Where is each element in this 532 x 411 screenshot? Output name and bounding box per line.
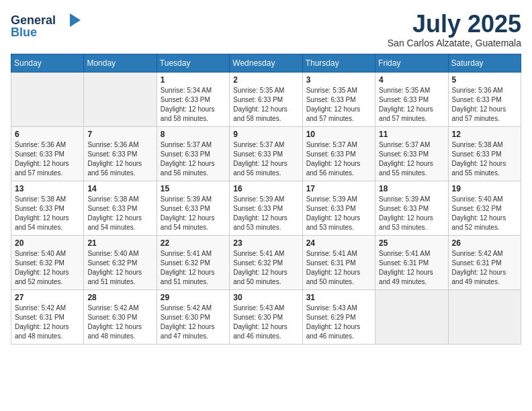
day-number: 16	[233, 184, 298, 193]
day-number: 28	[87, 293, 152, 302]
calendar-cell	[448, 289, 521, 344]
day-info: Sunrise: 5:35 AM Sunset: 6:33 PM Dayligh…	[306, 86, 371, 124]
day-number: 30	[233, 293, 298, 302]
calendar-cell: 30Sunrise: 5:43 AM Sunset: 6:30 PM Dayli…	[230, 289, 302, 344]
logo: General Blue	[11, 11, 85, 43]
weekday-header-wednesday: Wednesday	[230, 54, 302, 72]
calendar-cell	[84, 72, 157, 126]
calendar-cell: 15Sunrise: 5:39 AM Sunset: 6:33 PM Dayli…	[157, 181, 229, 235]
day-info: Sunrise: 5:41 AM Sunset: 6:31 PM Dayligh…	[379, 249, 444, 287]
day-info: Sunrise: 5:41 AM Sunset: 6:32 PM Dayligh…	[233, 249, 298, 287]
calendar-cell: 5Sunrise: 5:36 AM Sunset: 6:33 PM Daylig…	[448, 72, 521, 126]
calendar-cell: 14Sunrise: 5:38 AM Sunset: 6:33 PM Dayli…	[84, 181, 157, 235]
calendar-week-3: 13Sunrise: 5:38 AM Sunset: 6:33 PM Dayli…	[11, 181, 521, 235]
calendar-cell: 23Sunrise: 5:41 AM Sunset: 6:32 PM Dayli…	[230, 235, 302, 289]
svg-marker-1	[70, 13, 81, 27]
calendar-week-4: 20Sunrise: 5:40 AM Sunset: 6:32 PM Dayli…	[11, 235, 521, 289]
calendar-cell: 24Sunrise: 5:41 AM Sunset: 6:31 PM Dayli…	[302, 235, 375, 289]
day-info: Sunrise: 5:39 AM Sunset: 6:33 PM Dayligh…	[306, 195, 371, 232]
day-info: Sunrise: 5:39 AM Sunset: 6:33 PM Dayligh…	[379, 195, 444, 232]
day-number: 18	[379, 184, 444, 193]
weekday-header-friday: Friday	[375, 54, 448, 72]
day-info: Sunrise: 5:36 AM Sunset: 6:33 PM Dayligh…	[87, 140, 152, 178]
day-number: 22	[161, 238, 226, 248]
day-info: Sunrise: 5:39 AM Sunset: 6:33 PM Dayligh…	[233, 195, 298, 232]
month-year-title: July 2025	[388, 11, 521, 38]
calendar-cell: 3Sunrise: 5:35 AM Sunset: 6:33 PM Daylig…	[302, 72, 375, 126]
weekday-header-monday: Monday	[84, 54, 157, 72]
day-info: Sunrise: 5:42 AM Sunset: 6:31 PM Dayligh…	[452, 249, 517, 287]
day-info: Sunrise: 5:37 AM Sunset: 6:33 PM Dayligh…	[306, 140, 371, 178]
day-info: Sunrise: 5:43 AM Sunset: 6:30 PM Dayligh…	[233, 304, 298, 341]
calendar-week-5: 27Sunrise: 5:42 AM Sunset: 6:31 PM Dayli…	[11, 289, 521, 344]
day-number: 31	[306, 293, 371, 302]
calendar-cell: 8Sunrise: 5:37 AM Sunset: 6:33 PM Daylig…	[157, 126, 229, 181]
calendar-cell: 1Sunrise: 5:34 AM Sunset: 6:33 PM Daylig…	[157, 72, 229, 126]
day-number: 4	[379, 75, 444, 85]
svg-text:Blue: Blue	[11, 26, 37, 39]
day-info: Sunrise: 5:40 AM Sunset: 6:32 PM Dayligh…	[87, 249, 152, 287]
calendar-cell: 27Sunrise: 5:42 AM Sunset: 6:31 PM Dayli…	[11, 289, 84, 344]
weekday-header-tuesday: Tuesday	[157, 54, 229, 72]
day-info: Sunrise: 5:39 AM Sunset: 6:33 PM Dayligh…	[161, 195, 226, 232]
day-info: Sunrise: 5:37 AM Sunset: 6:33 PM Dayligh…	[233, 140, 298, 178]
calendar-table: SundayMondayTuesdayWednesdayThursdayFrid…	[11, 54, 521, 345]
day-info: Sunrise: 5:41 AM Sunset: 6:31 PM Dayligh…	[306, 249, 371, 287]
day-number: 20	[15, 238, 80, 248]
calendar-cell: 26Sunrise: 5:42 AM Sunset: 6:31 PM Dayli…	[448, 235, 521, 289]
day-number: 29	[161, 293, 226, 302]
calendar-cell: 11Sunrise: 5:37 AM Sunset: 6:33 PM Dayli…	[375, 126, 448, 181]
day-number: 27	[15, 293, 80, 302]
day-number: 21	[87, 238, 152, 248]
day-number: 17	[306, 184, 371, 193]
day-info: Sunrise: 5:35 AM Sunset: 6:33 PM Dayligh…	[233, 86, 298, 124]
day-info: Sunrise: 5:41 AM Sunset: 6:32 PM Dayligh…	[161, 249, 226, 287]
day-info: Sunrise: 5:35 AM Sunset: 6:33 PM Dayligh…	[379, 86, 444, 124]
calendar-cell: 31Sunrise: 5:43 AM Sunset: 6:29 PM Dayli…	[302, 289, 375, 344]
day-number: 13	[15, 184, 80, 193]
day-info: Sunrise: 5:36 AM Sunset: 6:33 PM Dayligh…	[452, 86, 517, 124]
calendar-cell: 16Sunrise: 5:39 AM Sunset: 6:33 PM Dayli…	[230, 181, 302, 235]
calendar-cell: 17Sunrise: 5:39 AM Sunset: 6:33 PM Dayli…	[302, 181, 375, 235]
day-number: 26	[452, 238, 517, 248]
calendar-cell: 6Sunrise: 5:36 AM Sunset: 6:33 PM Daylig…	[11, 126, 84, 181]
calendar-cell: 12Sunrise: 5:38 AM Sunset: 6:33 PM Dayli…	[448, 126, 521, 181]
calendar-cell: 2Sunrise: 5:35 AM Sunset: 6:33 PM Daylig…	[230, 72, 302, 126]
weekday-header-thursday: Thursday	[302, 54, 375, 72]
day-number: 1	[161, 75, 226, 85]
weekday-header-row: SundayMondayTuesdayWednesdayThursdayFrid…	[11, 54, 521, 72]
day-info: Sunrise: 5:42 AM Sunset: 6:30 PM Dayligh…	[161, 304, 226, 341]
day-info: Sunrise: 5:36 AM Sunset: 6:33 PM Dayligh…	[15, 140, 80, 178]
calendar-cell: 4Sunrise: 5:35 AM Sunset: 6:33 PM Daylig…	[375, 72, 448, 126]
calendar-cell: 25Sunrise: 5:41 AM Sunset: 6:31 PM Dayli…	[375, 235, 448, 289]
day-info: Sunrise: 5:37 AM Sunset: 6:33 PM Dayligh…	[379, 140, 444, 178]
day-number: 2	[233, 75, 298, 85]
day-info: Sunrise: 5:38 AM Sunset: 6:33 PM Dayligh…	[15, 195, 80, 232]
calendar-cell: 29Sunrise: 5:42 AM Sunset: 6:30 PM Dayli…	[157, 289, 229, 344]
logo-graphic: General Blue	[11, 11, 85, 43]
calendar-cell	[11, 72, 84, 126]
day-number: 24	[306, 238, 371, 248]
day-number: 19	[452, 184, 517, 193]
day-info: Sunrise: 5:34 AM Sunset: 6:33 PM Dayligh…	[161, 86, 226, 124]
day-info: Sunrise: 5:38 AM Sunset: 6:33 PM Dayligh…	[87, 195, 152, 232]
day-info: Sunrise: 5:38 AM Sunset: 6:33 PM Dayligh…	[452, 140, 517, 178]
day-number: 23	[233, 238, 298, 248]
day-number: 14	[87, 184, 152, 193]
calendar-cell: 28Sunrise: 5:42 AM Sunset: 6:30 PM Dayli…	[84, 289, 157, 344]
calendar-cell: 22Sunrise: 5:41 AM Sunset: 6:32 PM Dayli…	[157, 235, 229, 289]
calendar-cell: 20Sunrise: 5:40 AM Sunset: 6:32 PM Dayli…	[11, 235, 84, 289]
day-number: 11	[379, 130, 444, 139]
day-number: 10	[306, 130, 371, 139]
day-info: Sunrise: 5:43 AM Sunset: 6:29 PM Dayligh…	[306, 304, 371, 341]
calendar-cell: 7Sunrise: 5:36 AM Sunset: 6:33 PM Daylig…	[84, 126, 157, 181]
weekday-header-sunday: Sunday	[11, 54, 84, 72]
day-number: 9	[233, 130, 298, 139]
day-info: Sunrise: 5:40 AM Sunset: 6:32 PM Dayligh…	[15, 249, 80, 287]
calendar-cell: 21Sunrise: 5:40 AM Sunset: 6:32 PM Dayli…	[84, 235, 157, 289]
day-number: 3	[306, 75, 371, 85]
calendar-cell: 18Sunrise: 5:39 AM Sunset: 6:33 PM Dayli…	[375, 181, 448, 235]
page-header: General Blue July 2025 San Carlos Alzata…	[11, 11, 521, 48]
day-number: 7	[87, 130, 152, 139]
weekday-header-saturday: Saturday	[448, 54, 521, 72]
